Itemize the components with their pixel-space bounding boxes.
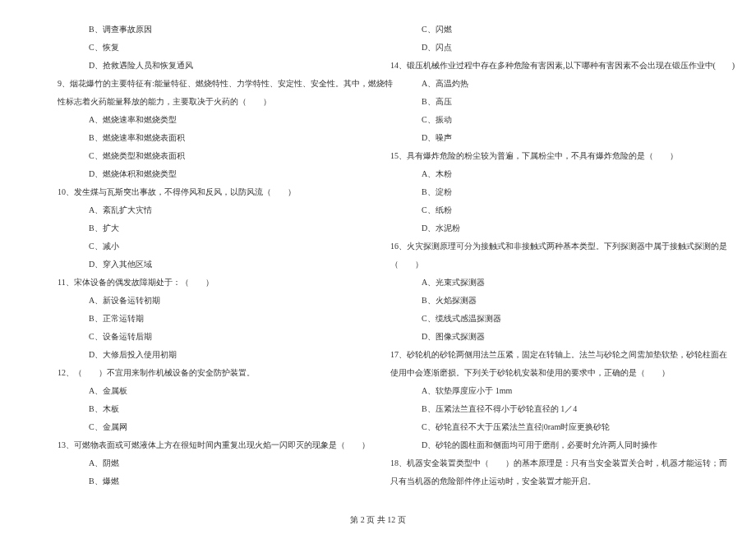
option-text: B、燃烧速率和燃烧表面积 [58,129,366,147]
option-text: D、大修后投入使用初期 [58,346,366,364]
question-text: 13、可燃物表面或可燃液体上方在很短时间内重复出现火焰一闪即灭的现象是（ ） [58,436,366,454]
option-text: A、软垫厚度应小于 1mm [390,382,698,400]
option-text: C、设备运转后期 [58,328,366,346]
option-text: B、扩大 [58,219,366,237]
option-text: C、恢复 [58,39,366,57]
option-text: B、淀粉 [390,183,698,201]
question-text: 12、（ ）不宜用来制作机械设备的安全防护装置。 [58,364,366,382]
option-text: A、阴燃 [58,454,366,472]
option-text: B、压紧法兰直径不得小于砂轮直径的 1／4 [390,400,698,418]
option-text: C、纸粉 [390,201,698,219]
question-text: 使用中会逐渐磨损。下列关于砂轮机安装和使用的要求中，正确的是（ ） [390,364,698,382]
option-text: A、新设备运转初期 [58,292,366,310]
option-text: C、缆线式感温探测器 [390,310,698,328]
option-text: A、光束式探测器 [390,274,698,292]
option-text: C、砂轮直径不大于压紧法兰直径|0ram时应更换砂轮 [390,418,698,436]
page-footer: 第 2 页 共 12 页 [0,514,756,526]
option-text: C、振动 [390,111,698,129]
option-text: D、燃烧体积和燃烧类型 [58,165,366,183]
option-text: C、减小 [58,237,366,255]
question-text: 15、具有爆炸危险的粉尘较为普遍，下属粉尘中，不具有爆炸危险的是（ ） [390,147,698,165]
option-text: D、砂轮的圆柱面和侧面均可用于磨削，必要时允许两人同时操作 [390,436,698,454]
option-text: A、金属板 [58,382,366,400]
option-text: D、图像式探测器 [390,328,698,346]
option-text: B、调查事故原因 [58,21,366,39]
option-text: A、紊乱扩大灾情 [58,201,366,219]
option-text: A、木粉 [390,165,698,183]
option-text: C、闪燃 [390,21,698,39]
option-text: C、金属网 [58,418,366,436]
option-text: B、高压 [390,93,698,111]
option-text: B、火焰探测器 [390,292,698,310]
option-text: A、燃烧速率和燃烧类型 [58,111,366,129]
option-text: D、噪声 [390,129,698,147]
question-text: 只有当机器的危险部件停止运动时，安全装置才能开启。 [390,472,698,490]
question-text: 14、锻压机械作业过程中存在多种危险有害因素,以下哪种有害因素不会出现在锻压作业… [390,57,698,75]
question-text: 17、砂轮机的砂轮两侧用法兰压紧，固定在转轴上。法兰与砂轮之间需加垫软垫，砂轮柱… [390,346,698,364]
question-text: （ ） [390,255,698,274]
option-text: B、爆燃 [58,472,366,490]
question-text: 性标志着火药能量释放的能力，主要取决于火药的（ ） [58,93,366,111]
question-text: 16、火灾探测原理可分为接触式和非接触式两种基本类型。下列探测器中属于接触式探测… [390,237,698,255]
question-text: 10、发生煤与瓦斯突出事故，不得停风和反风，以防风流（ ） [58,183,366,201]
option-text: D、抢救遇险人员和恢复通风 [58,57,366,75]
question-text: 18、机器安全装置类型中（ ）的基本原理是：只有当安全装置关合时，机器才能运转；… [390,454,698,472]
option-text: D、闪点 [390,39,698,57]
question-text: 9、烟花爆竹的主要特征有:能量特征、燃烧特性、力学特性、安定性、安全性。其中，燃… [58,75,366,93]
left-column: B、调查事故原因C、恢复D、抢救遇险人员和恢复通风9、烟花爆竹的主要特征有:能量… [49,21,378,485]
option-text: B、木板 [58,400,366,418]
option-text: A、高温灼热 [390,75,698,93]
option-text: B、正常运转期 [58,310,366,328]
option-text: D、水泥粉 [390,219,698,237]
option-text: D、穿入其他区域 [58,255,366,274]
question-text: 11、宋体设备的偶发故障期处于：（ ） [58,274,366,292]
option-text: C、燃烧类型和燃烧表面积 [58,147,366,165]
right-column: C、闪燃D、闪点14、锻压机械作业过程中存在多种危险有害因素,以下哪种有害因素不… [378,21,707,485]
